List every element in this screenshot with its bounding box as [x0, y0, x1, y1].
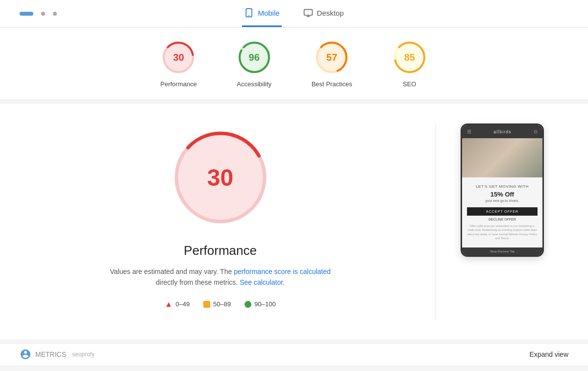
top-bar: Mobile Desktop: [0, 0, 588, 27]
score-circle-best-practices: 57: [314, 39, 350, 75]
calculator-link[interactable]: See calculator: [240, 278, 283, 286]
mobile-icon: [244, 8, 254, 18]
legend-circle: [245, 301, 251, 308]
score-value-accessibility: 96: [249, 52, 260, 63]
score-accessibility[interactable]: 96 Accessibility: [236, 39, 272, 88]
desc-start: Values are estimated and may vary. The: [110, 268, 232, 275]
legend-label-green: 90–100: [254, 300, 275, 308]
score-circle-accessibility: 96: [236, 39, 272, 75]
phone-mockup: ☰ allbirds ⊙ LET'S GET MOVING WITH 15% O…: [461, 124, 544, 257]
promo-title: 15% Off: [467, 191, 538, 198]
score-value-performance: 30: [173, 52, 184, 63]
accept-button[interactable]: ACCEPT OFFER: [467, 207, 538, 216]
phone-header: ☰ allbirds ⊙: [462, 125, 542, 138]
score-circle-performance: 30: [160, 39, 196, 75]
logo-decoration: [20, 12, 33, 16]
promo-desc: your new go-to shoes.: [467, 199, 538, 202]
score-label-best-practices: Best Practices: [312, 80, 352, 88]
decline-button[interactable]: DECLINE OFFER: [467, 218, 538, 221]
logo-dot-2: [53, 12, 57, 16]
score-best-practices[interactable]: 57 Best Practices: [312, 39, 352, 88]
legend-triangle: ▲: [165, 300, 172, 309]
score-performance[interactable]: 30 Performance: [160, 39, 196, 88]
bottom-bar: METRICS seoprofy Expand view: [0, 343, 588, 365]
svg-point-2: [249, 15, 250, 16]
legend-item-green: 90–100: [245, 300, 275, 308]
left-panel: 30 Performance Values are estimated and …: [29, 124, 411, 309]
perf-title: Performance: [184, 243, 257, 258]
score-circle-seo: 85: [392, 39, 428, 75]
legend: ▲ 0–49 50–89 90–100: [165, 300, 275, 309]
scores-bar: 30 Performance 96 Accessibility 57 Best …: [0, 27, 588, 100]
hamburger-icon: ☰: [467, 129, 471, 134]
desktop-icon: [303, 8, 313, 18]
phone-footer-text: Shop Discover Tab: [465, 250, 540, 253]
cart-icon: ⊙: [534, 129, 538, 134]
legend-label-red: 0–49: [175, 300, 190, 308]
right-panel: ☰ allbirds ⊙ LET'S GET MOVING WITH 15% O…: [461, 124, 559, 257]
desc-mid: directly from these metrics.: [156, 278, 238, 286]
score-value-seo: 85: [404, 52, 415, 63]
phone-footer: Shop Discover Tab: [462, 247, 542, 255]
main-content: 30 Performance Values are estimated and …: [0, 104, 588, 339]
logo-dot-1: [41, 12, 45, 16]
shoe-image: [462, 138, 542, 177]
tab-mobile[interactable]: Mobile: [242, 0, 281, 27]
phone-image-area: [462, 138, 542, 177]
phone-promo: LET'S GET MOVING WITH 15% Off your new g…: [462, 177, 542, 247]
legend-square: [203, 301, 210, 308]
view-tabs: Mobile Desktop: [242, 0, 345, 27]
seoprofy-text: seoprofy: [72, 351, 95, 358]
big-gauge-number: 30: [207, 164, 233, 191]
seoprofy-logo: METRICS seoprofy: [20, 348, 95, 360]
perf-description: Values are estimated and may vary. The p…: [110, 266, 331, 288]
logo-area: [20, 12, 57, 16]
metrics-label: METRICS: [35, 350, 66, 358]
legend-label-orange: 50–89: [213, 300, 231, 308]
big-gauge: 30: [167, 124, 274, 231]
tab-desktop[interactable]: Desktop: [301, 0, 346, 27]
vertical-divider: [436, 124, 436, 320]
expand-view-button[interactable]: Expand view: [530, 350, 568, 358]
score-label-accessibility: Accessibility: [237, 80, 271, 88]
score-label-seo: SEO: [403, 80, 416, 88]
legend-item-orange: 50–89: [203, 300, 231, 308]
score-label-performance: Performance: [160, 80, 196, 88]
tab-desktop-label: Desktop: [317, 9, 344, 17]
svg-rect-3: [304, 9, 312, 15]
seoprofy-icon: [20, 348, 31, 360]
phone-brand: allbirds: [493, 129, 512, 134]
promo-fine-print: Offer valid once per subscriber to our m…: [467, 224, 538, 241]
score-seo[interactable]: 85 SEO: [392, 39, 428, 88]
tab-mobile-label: Mobile: [258, 9, 279, 17]
score-value-best-practices: 57: [326, 52, 337, 63]
promo-subtitle: LET'S GET MOVING WITH: [467, 184, 538, 189]
legend-item-red: ▲ 0–49: [165, 300, 190, 309]
perf-score-link[interactable]: performance score is calculated: [234, 268, 331, 275]
